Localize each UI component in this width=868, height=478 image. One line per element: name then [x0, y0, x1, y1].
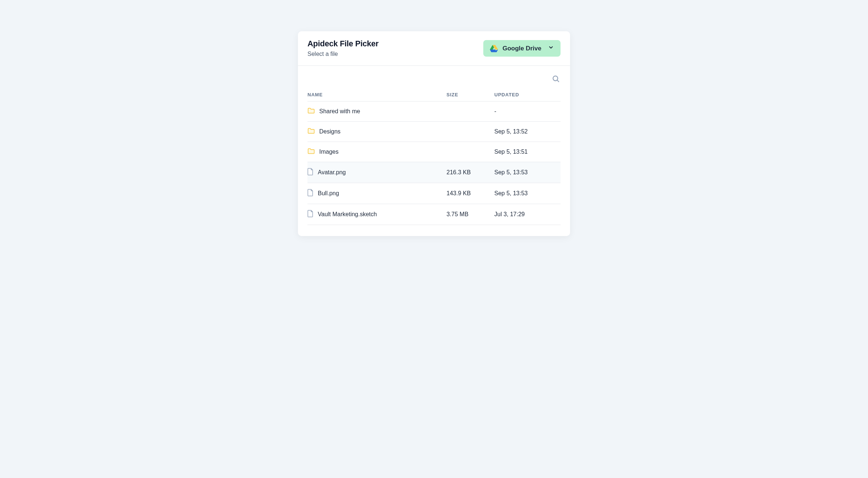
size-cell: 3.75 MB — [447, 211, 494, 218]
table-row[interactable]: ImagesSep 5, 13:51 — [307, 142, 561, 162]
item-name: Shared with me — [319, 108, 360, 115]
name-cell: Designs — [307, 128, 447, 136]
table-header: NAME SIZE UPDATED — [307, 88, 561, 101]
table-row[interactable]: Bull.png143.9 KBSep 5, 13:53 — [307, 183, 561, 204]
search-button[interactable] — [551, 74, 561, 85]
modal-title: Apideck File Picker — [307, 39, 378, 49]
table-row[interactable]: Shared with me- — [307, 101, 561, 122]
size-cell: 143.9 KB — [447, 190, 494, 197]
item-name: Avatar.png — [318, 169, 346, 176]
file-picker-modal: Apideck File Picker Select a file Google… — [298, 31, 570, 236]
title-block: Apideck File Picker Select a file — [307, 39, 378, 57]
table-row[interactable]: DesignsSep 5, 13:52 — [307, 122, 561, 142]
file-icon — [307, 168, 313, 177]
name-cell: Images — [307, 148, 447, 156]
folder-icon — [307, 107, 315, 115]
updated-cell: - — [494, 108, 561, 115]
chevron-down-icon — [548, 44, 554, 52]
folder-icon — [307, 148, 315, 156]
item-name: Vault Marketing.sketch — [318, 211, 377, 218]
updated-cell: Sep 5, 13:52 — [494, 128, 561, 135]
updated-cell: Sep 5, 13:53 — [494, 190, 561, 197]
google-drive-icon — [490, 45, 498, 52]
updated-cell: Sep 5, 13:51 — [494, 149, 561, 155]
search-icon — [552, 78, 560, 84]
provider-label: Google Drive — [502, 45, 541, 52]
toolbar — [298, 66, 570, 88]
name-cell: Vault Marketing.sketch — [307, 210, 447, 219]
file-icon — [307, 210, 313, 219]
modal-header: Apideck File Picker Select a file Google… — [298, 31, 570, 65]
item-name: Images — [319, 149, 338, 155]
table-body: Shared with me-DesignsSep 5, 13:52Images… — [307, 101, 561, 225]
size-cell: 216.3 KB — [447, 169, 494, 176]
column-header-name: NAME — [307, 92, 447, 97]
file-icon — [307, 189, 313, 198]
item-name: Designs — [319, 128, 341, 135]
file-table: NAME SIZE UPDATED Shared with me-Designs… — [298, 88, 570, 236]
table-row[interactable]: Vault Marketing.sketch3.75 MBJul 3, 17:2… — [307, 204, 561, 225]
svg-line-1 — [557, 80, 559, 82]
provider-select-button[interactable]: Google Drive — [483, 40, 561, 57]
item-name: Bull.png — [318, 190, 339, 197]
updated-cell: Jul 3, 17:29 — [494, 211, 561, 218]
name-cell: Shared with me — [307, 107, 447, 115]
modal-subtitle: Select a file — [307, 51, 378, 57]
column-header-updated: UPDATED — [494, 92, 561, 97]
folder-icon — [307, 128, 315, 136]
updated-cell: Sep 5, 13:53 — [494, 169, 561, 176]
name-cell: Avatar.png — [307, 168, 447, 177]
name-cell: Bull.png — [307, 189, 447, 198]
column-header-size: SIZE — [447, 92, 494, 97]
table-row[interactable]: Avatar.png216.3 KBSep 5, 13:53 — [307, 162, 561, 183]
